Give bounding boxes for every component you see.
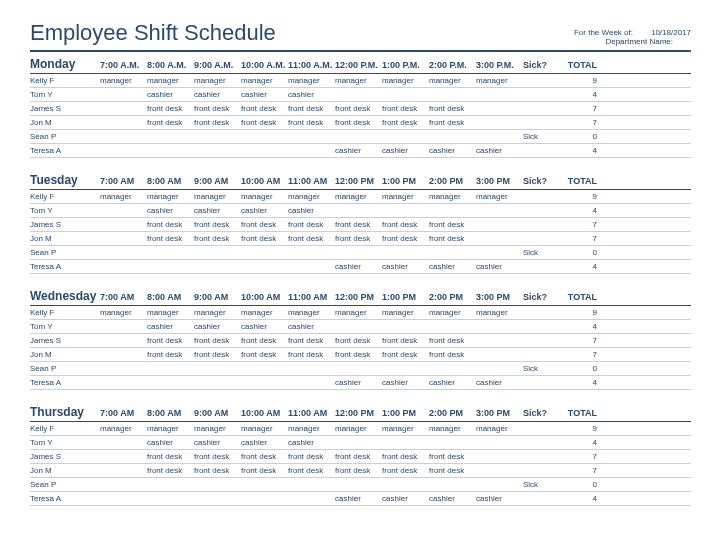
shift-cell: cashier [241,438,288,447]
shift-cell: manager [100,424,147,433]
day-name: Thursday [30,405,100,419]
shift-cell: front desk [288,336,335,345]
shift-cell: front desk [429,118,476,127]
shift-cell: front desk [241,336,288,345]
shift-cell: manager [335,76,382,85]
sick-header: Sick? [523,60,559,70]
total-cell: 9 [559,192,597,201]
shift-cell: front desk [335,336,382,345]
shift-cell: front desk [335,350,382,359]
shift-cell: front desk [194,466,241,475]
total-cell: 9 [559,76,597,85]
time-header: 11:00 AM [288,176,335,186]
shift-cell: cashier [382,378,429,387]
employee-name: Kelly F [30,424,100,433]
total-cell: 4 [559,378,597,387]
shift-cell: front desk [241,104,288,113]
time-header: 2:00 P.M. [429,60,476,70]
shift-cell: manager [147,76,194,85]
shift-cell: cashier [194,206,241,215]
shift-cell: front desk [429,452,476,461]
total-cell: 4 [559,494,597,503]
time-header: 12:00 P.M. [335,60,382,70]
total-cell: 4 [559,146,597,155]
day-block: Wednesday7:00 AM8:00 AM9:00 AM10:00 AM11… [30,286,691,390]
employee-name: Sean P [30,364,100,373]
shift-cell: manager [241,308,288,317]
total-cell: 4 [559,90,597,99]
shift-cell: cashier [241,322,288,331]
shift-cell: manager [241,192,288,201]
total-cell: 4 [559,206,597,215]
shift-cell: cashier [288,206,335,215]
shift-cell: front desk [382,118,429,127]
employee-name: Jon M [30,234,100,243]
shift-cell: cashier [429,494,476,503]
time-header: 3:00 PM [476,176,523,186]
shift-cell: cashier [382,262,429,271]
shift-cell: manager [288,76,335,85]
shift-cell: manager [382,192,429,201]
week-value: 10/18/2017 [651,28,691,37]
time-header: 11:00 AM [288,292,335,302]
total-cell: 7 [559,350,597,359]
total-cell: 7 [559,466,597,475]
time-header: 9:00 AM [194,292,241,302]
shift-cell: manager [147,192,194,201]
shift-cell: manager [476,424,523,433]
shift-cell: manager [194,76,241,85]
employee-row: Sean PSick0 [30,478,691,492]
total-header: TOTAL [559,292,597,302]
total-cell: 7 [559,452,597,461]
employee-name: Tom Y [30,322,100,331]
time-header: 8:00 AM [147,292,194,302]
sick-cell: Sick [523,248,559,257]
shift-cell: cashier [382,494,429,503]
shift-cell: front desk [288,452,335,461]
shift-cell: manager [147,308,194,317]
shift-cell: front desk [429,234,476,243]
day-name: Tuesday [30,173,100,187]
shift-cell: cashier [335,146,382,155]
shift-cell: front desk [147,350,194,359]
employee-row: James Sfront deskfront deskfront deskfro… [30,102,691,116]
shift-cell: cashier [476,378,523,387]
shift-cell: manager [429,424,476,433]
shift-cell: manager [429,192,476,201]
shift-cell: cashier [335,262,382,271]
time-header: 12:00 PM [335,176,382,186]
total-header: TOTAL [559,176,597,186]
time-header: 7:00 AM [100,408,147,418]
shift-cell: front desk [335,220,382,229]
time-header: 1:00 P.M. [382,60,429,70]
employee-row: Sean PSick0 [30,362,691,376]
employee-row: James Sfront deskfront deskfront deskfro… [30,218,691,232]
shift-cell: front desk [241,452,288,461]
employee-name: Tom Y [30,90,100,99]
time-header: 3:00 PM [476,292,523,302]
shift-cell: cashier [147,90,194,99]
employee-row: Teresa Acashiercashiercashiercashier4 [30,492,691,506]
shift-cell: manager [476,192,523,201]
shift-cell: manager [429,76,476,85]
shift-cell: front desk [147,452,194,461]
sick-header: Sick? [523,292,559,302]
employee-row: Teresa Acashiercashiercashiercashier4 [30,260,691,274]
shift-cell: front desk [382,350,429,359]
sick-cell: Sick [523,364,559,373]
employee-row: Kelly Fmanagermanagermanagermanagermanag… [30,74,691,88]
shift-cell: cashier [476,494,523,503]
employee-row: Kelly Fmanagermanagermanagermanagermanag… [30,422,691,436]
employee-row: James Sfront deskfront deskfront deskfro… [30,334,691,348]
total-cell: 4 [559,438,597,447]
shift-cell: front desk [194,104,241,113]
employee-name: James S [30,220,100,229]
employee-name: Tom Y [30,206,100,215]
shift-cell: manager [194,308,241,317]
shift-cell: front desk [429,220,476,229]
shift-cell: front desk [382,452,429,461]
time-header: 7:00 AM [100,176,147,186]
total-cell: 7 [559,220,597,229]
time-header: 11:00 A.M. [288,60,335,70]
shift-cell: cashier [476,262,523,271]
